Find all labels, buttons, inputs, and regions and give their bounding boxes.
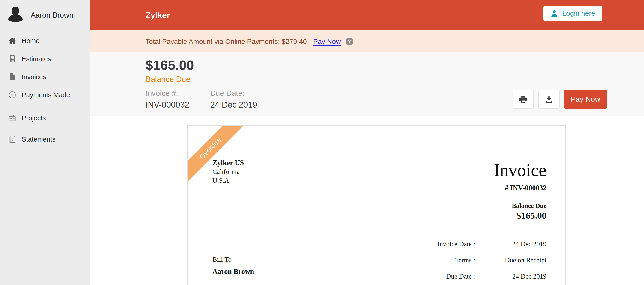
- portal-app: Aaron Brown Home Estimates Invoices $ Pa…: [0, 0, 644, 285]
- company-address-block: Zylker US California U.S.A.: [212, 158, 244, 185]
- sidebar: Aaron Brown Home Estimates Invoices $ Pa…: [0, 0, 90, 285]
- doc-due-date-value: 24 Dec 2019: [475, 273, 546, 280]
- document-canvas: Overdue Zylker US California U.S.A. Invo…: [90, 116, 644, 285]
- due-date-label: Due Date:: [210, 89, 257, 97]
- invoice-number-field: Invoice #: INV-000032: [146, 89, 200, 109]
- pay-now-button[interactable]: Pay Now: [564, 90, 607, 109]
- brand-title: Zylker: [146, 11, 170, 20]
- sidebar-item-invoices[interactable]: Invoices: [0, 68, 90, 86]
- summary-fields: Invoice #: INV-000032 Due Date: 24 Dec 2…: [146, 89, 267, 109]
- company-name: Zylker US: [212, 158, 244, 167]
- invoice-date-label: Invoice Date :: [415, 241, 475, 247]
- sidebar-item-label: Home: [22, 37, 40, 45]
- header-bar: Zylker Login here: [90, 0, 644, 31]
- svg-text:$: $: [11, 93, 13, 97]
- payable-notification-bar: Total Payable Amount via Online Payments…: [90, 31, 644, 53]
- sidebar-item-home[interactable]: Home: [0, 32, 90, 50]
- pages-icon: [8, 135, 16, 144]
- download-icon: [544, 94, 554, 104]
- invoice-number-value: INV-000032: [146, 101, 189, 109]
- help-icon[interactable]: ?: [346, 38, 353, 46]
- invoice-balance-amount: $165.00: [516, 211, 546, 220]
- sidebar-item-label: Payments Made: [22, 91, 70, 99]
- due-date-row: Due Date : 24 Dec 2019: [415, 273, 546, 280]
- print-button[interactable]: [512, 90, 534, 109]
- main-area: Zylker Login here Total Payable Amount v…: [90, 0, 644, 285]
- printer-icon: [518, 94, 528, 104]
- login-button-label: Login here: [562, 10, 595, 17]
- bill-to-label: Bill To: [212, 256, 254, 263]
- terms-value: Due on Receipt: [475, 257, 546, 263]
- sidebar-item-label: Invoices: [22, 73, 46, 81]
- user-profile: Aaron Brown: [0, 0, 90, 31]
- invoice-number-label: Invoice #:: [146, 89, 189, 97]
- payable-message: Total Payable Amount via Online Payments…: [146, 38, 307, 46]
- sidebar-nav: Home Estimates Invoices $ Payments Made …: [0, 31, 90, 148]
- sidebar-item-label: Statements: [22, 136, 56, 143]
- avatar-icon: [8, 6, 23, 24]
- due-date-value: 24 Dec 2019: [210, 101, 257, 109]
- user-name: Aaron Brown: [31, 11, 73, 20]
- balance-due-label: Balance Due: [146, 75, 190, 83]
- home-icon: [8, 37, 16, 45]
- login-button[interactable]: Login here: [544, 6, 602, 21]
- sidebar-item-projects[interactable]: Projects: [0, 109, 90, 127]
- dollar-circle-icon: $: [8, 91, 16, 99]
- pay-now-link[interactable]: Pay Now: [313, 38, 341, 46]
- invoice-balance-due-label: Balance Due: [512, 202, 546, 209]
- invoice-paper: Overdue Zylker US California U.S.A. Invo…: [187, 125, 566, 285]
- due-date-field: Due Date: 24 Dec 2019: [200, 89, 267, 109]
- action-buttons: Pay Now: [512, 90, 607, 109]
- person-icon: [550, 10, 558, 17]
- sidebar-item-label: Estimates: [22, 55, 51, 63]
- sidebar-item-statements[interactable]: Statements: [0, 130, 90, 148]
- sidebar-item-estimates[interactable]: Estimates: [0, 50, 90, 68]
- company-state: California: [212, 167, 244, 176]
- download-button[interactable]: [538, 90, 560, 109]
- bill-to-block: Bill To Aaron Brown: [212, 256, 254, 275]
- sidebar-item-label: Projects: [22, 114, 46, 122]
- sidebar-item-payments-made[interactable]: $ Payments Made: [0, 86, 90, 104]
- calculator-icon: [8, 55, 16, 63]
- terms-label: Terms :: [415, 257, 475, 263]
- invoice-title: Invoice: [494, 161, 546, 179]
- briefcase-icon: [8, 114, 16, 122]
- invoice-summary-strip: $165.00 Balance Due Invoice #: INV-00003…: [90, 53, 644, 116]
- company-country: U.S.A.: [212, 176, 244, 185]
- invoice-number: # INV-000032: [505, 184, 546, 191]
- terms-row: Terms : Due on Receipt: [415, 257, 546, 263]
- invoice-date-row: Invoice Date : 24 Dec 2019: [415, 241, 546, 247]
- balance-amount: $165.00: [146, 59, 194, 72]
- doc-due-date-label: Due Date :: [415, 273, 475, 280]
- bill-to-name: Aaron Brown: [212, 268, 254, 275]
- invoice-date-value: 24 Dec 2019: [475, 241, 546, 247]
- document-icon: [8, 73, 16, 81]
- invoice-meta-table: Invoice Date : 24 Dec 2019 Terms : Due o…: [415, 241, 546, 285]
